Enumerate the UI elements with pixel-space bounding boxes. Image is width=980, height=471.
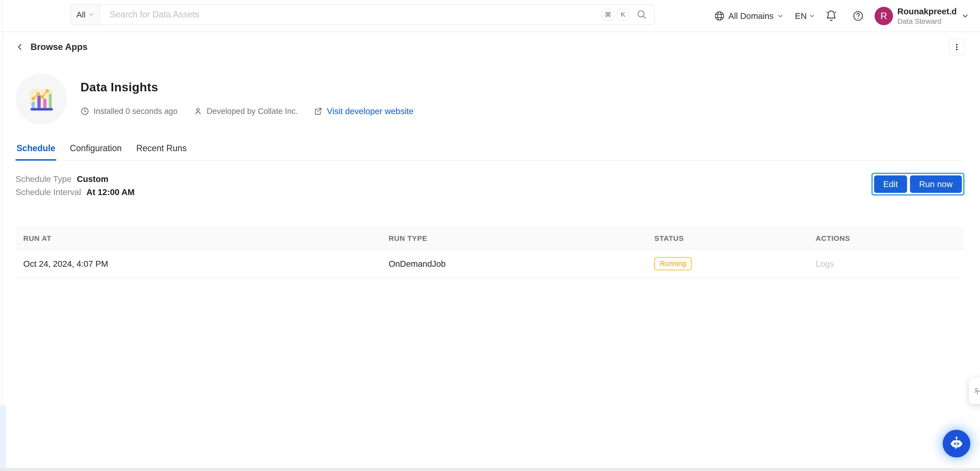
user-name: Rounakpreet.d [897,6,957,16]
search-category-label: All [76,10,86,19]
table-header-row: RUN AT RUN TYPE STATUS ACTIONS [16,228,964,249]
schedule-interval-value: At 12:00 AM [86,187,135,197]
installed-meta: Installed 0 seconds ago [80,107,178,116]
chevron-down-icon[interactable] [961,12,969,20]
notifications-button[interactable] [825,10,837,22]
table-row: Oct 24, 2024, 4:07 PM OnDemandJob Runnin… [16,249,964,278]
bottom-edge-bar [0,468,980,471]
domains-dropdown[interactable]: All Domains [714,10,784,22]
app-info: Data Insights Installed 0 seconds ago De… [80,73,414,125]
website-link-label: Visit developer website [327,107,414,116]
clock-icon [80,107,89,116]
runs-table: RUN AT RUN TYPE STATUS ACTIONS Oct 24, 2… [16,228,964,278]
developer-website-link[interactable]: Visit developer website [314,107,414,116]
schedule-interval-label: Schedule Interval [16,187,81,197]
chevron-down-icon [88,11,94,18]
developer-meta: Developed by Collate Inc. [194,107,298,116]
tab-schedule[interactable]: Schedule [16,140,56,161]
collapsed-sidebar-border [2,0,2,471]
chat-bot-button[interactable] [943,430,970,457]
language-dropdown[interactable]: EN [795,11,815,21]
avatar-initial: R [880,11,887,21]
tab-configuration[interactable]: Configuration [69,140,123,161]
external-link-icon [314,107,323,116]
app-logo [16,73,67,125]
run-now-button[interactable]: Run now [910,175,962,193]
tab-recent-runs[interactable]: Recent Runs [135,140,188,161]
search-input[interactable] [100,5,602,24]
edit-button[interactable]: Edit [874,175,907,193]
header-run-type: RUN TYPE [381,228,646,249]
chart-app-icon [26,84,56,115]
header-status: STATUS [646,228,808,249]
schedule-type-line: Schedule Type Custom [16,174,135,184]
breadcrumb: Browse Apps [16,38,964,56]
logs-link[interactable]: Logs [816,259,834,269]
schedule-interval-line: Schedule Interval At 12:00 AM [16,187,135,197]
k-key-badge: K [617,9,629,20]
schedule-actions: Edit Run now [872,173,964,196]
person-icon [194,107,202,116]
user-role: Data Steward [897,17,957,26]
page-content: Browse Apps [0,38,980,278]
chevron-down-icon [809,13,815,19]
help-button[interactable] [852,10,864,22]
user-menu[interactable]: Rounakpreet.d Data Steward [897,6,957,26]
edge-helper-widget[interactable] [969,377,980,404]
schedule-type-value: Custom [77,174,108,184]
more-actions-button[interactable] [949,38,964,56]
helper-widget-icon [973,386,980,396]
developer-text: Developed by Collate Inc. [207,107,298,116]
globe-icon [714,10,725,22]
page-title: Data Insights [80,80,414,94]
robot-icon [948,435,965,452]
cell-run-at: Oct 24, 2024, 4:07 PM [16,249,381,278]
header-run-at: RUN AT [16,228,381,249]
chevron-down-icon [777,13,784,19]
cell-run-type: OnDemandJob [381,249,646,278]
cell-status: Running [646,249,808,278]
search-icon[interactable] [636,9,647,20]
installed-text: Installed 0 seconds ago [94,107,178,116]
cell-actions: Logs [808,249,964,278]
navbar-right-cluster: All Domains EN [714,0,969,32]
language-label: EN [795,11,807,21]
help-icon [852,10,864,22]
cmd-key-badge: ⌘ [602,9,614,20]
chevron-left-icon [16,43,24,51]
status-badge: Running [654,257,692,271]
search-category-dropdown[interactable]: All [71,5,100,24]
schedule-section: Schedule Type Custom Schedule Interval A… [16,174,964,200]
app-meta: Installed 0 seconds ago Developed by Col… [80,107,414,116]
app-screen: All ⌘ K All Domains [0,0,980,471]
top-navbar: All ⌘ K All Domains [0,0,980,32]
global-search-bar: All ⌘ K [70,4,655,25]
header-actions: ACTIONS [808,228,964,249]
bottom-left-strip [0,406,6,468]
kebab-menu-icon [953,43,961,51]
schedule-type-label: Schedule Type [16,174,72,184]
back-to-browse-apps[interactable]: Browse Apps [16,42,88,52]
schedule-info: Schedule Type Custom Schedule Interval A… [16,174,135,200]
app-header: Data Insights Installed 0 seconds ago De… [16,73,964,125]
tab-bar: Schedule Configuration Recent Runs [16,140,964,161]
domains-label: All Domains [729,11,774,21]
bell-icon [825,10,837,22]
back-label: Browse Apps [30,42,88,52]
avatar[interactable]: R [875,7,893,25]
